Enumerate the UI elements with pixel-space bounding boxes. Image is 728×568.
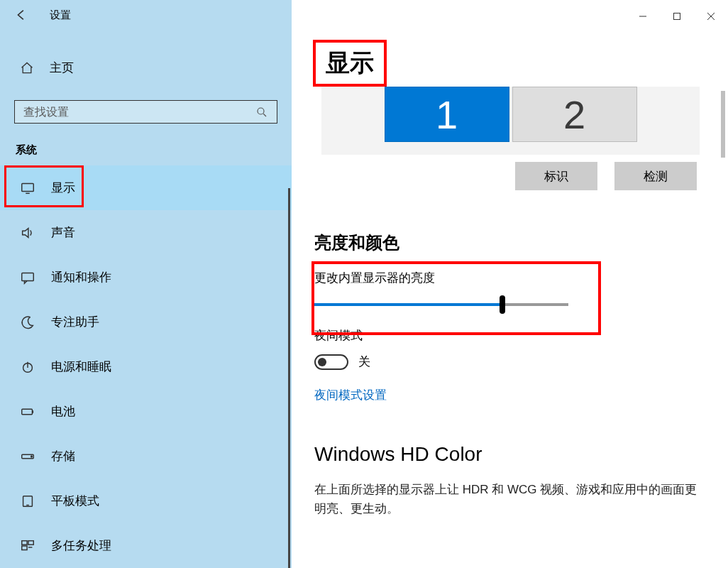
home-link[interactable]: 主页: [0, 47, 292, 89]
sidebar-scrollbar[interactable]: [288, 188, 290, 568]
power-icon: [20, 359, 35, 375]
monitor-icon: [20, 180, 35, 196]
scrollbar-thumb[interactable]: [721, 91, 725, 158]
page-title: 显示: [313, 40, 387, 87]
nav-item-power[interactable]: 电源和睡眠: [0, 344, 292, 389]
search-icon: [255, 106, 268, 119]
battery-icon: [20, 404, 35, 420]
nav-label: 声音: [51, 224, 75, 241]
svg-rect-2: [22, 273, 34, 280]
nav-item-display[interactable]: 显示: [0, 165, 292, 210]
nav-label: 通知和操作: [51, 269, 111, 285]
nav-item-notifications[interactable]: 通知和操作: [0, 255, 292, 300]
nav-label: 平板模式: [51, 493, 99, 509]
monitor-layout-area: 1 2: [321, 87, 700, 155]
search-box[interactable]: [14, 100, 277, 124]
night-mode-settings-link[interactable]: 夜间模式设置: [314, 387, 387, 403]
home-icon: [20, 61, 34, 75]
monitor-1[interactable]: 1: [385, 87, 509, 142]
nav-item-battery[interactable]: 电池: [0, 389, 292, 434]
nav-list: 显示 声音 通知和操作 专注助手 电源和睡眠 电池 存储 平板模式: [0, 165, 292, 568]
nav-label: 存储: [51, 448, 75, 464]
message-icon: [20, 270, 35, 285]
brightness-section-title: 亮度和颜色: [314, 231, 728, 254]
svg-rect-10: [22, 546, 27, 550]
hd-color-description: 在上面所选择的显示器上让 HDR 和 WCG 视频、游戏和应用中的画面更明亮、更…: [314, 480, 698, 518]
tablet-icon: [20, 493, 35, 509]
detect-button[interactable]: 检测: [614, 162, 697, 190]
svg-rect-1: [22, 183, 34, 191]
multitask-icon: [20, 538, 35, 554]
nav-item-tablet[interactable]: 平板模式: [0, 479, 292, 523]
hd-color-title: Windows HD Color: [314, 443, 728, 466]
category-label: 系统: [0, 124, 292, 165]
back-icon[interactable]: [14, 7, 30, 23]
storage-icon: [20, 449, 35, 464]
nav-item-sound[interactable]: 声音: [0, 210, 292, 255]
nav-label: 电池: [51, 403, 75, 420]
sidebar-header: 设置: [0, 0, 292, 30]
night-mode-toggle[interactable]: [314, 354, 348, 370]
nav-label: 显示: [51, 180, 75, 196]
sidebar: 设置 主页 系统 显示 声音 通知和操作 专注助手: [0, 0, 292, 568]
nav-label: 多任务处理: [51, 537, 111, 554]
main-scrollbar[interactable]: [721, 91, 725, 568]
svg-rect-8: [22, 540, 27, 545]
nav-label: 电源和睡眠: [51, 359, 111, 375]
svg-point-6: [31, 456, 33, 457]
svg-rect-4: [22, 409, 33, 414]
nav-item-focus[interactable]: 专注助手: [0, 300, 292, 344]
slider-fill: [314, 303, 502, 306]
brightness-slider[interactable]: [314, 303, 568, 306]
search-input[interactable]: [23, 106, 255, 119]
brightness-block: 更改内置显示器的亮度: [311, 270, 728, 306]
main-content: 显示 1 2 标识 检测 亮度和颜色 更改内置显示器的亮度 夜间模式: [292, 0, 728, 568]
slider-thumb[interactable]: [500, 295, 505, 314]
night-mode-state: 关: [358, 354, 370, 370]
toggle-knob: [318, 358, 326, 366]
home-label: 主页: [50, 60, 74, 76]
nav-item-multitask[interactable]: 多任务处理: [0, 523, 292, 568]
speaker-icon: [20, 225, 35, 241]
moon-icon: [20, 315, 35, 330]
monitor-2[interactable]: 2: [512, 87, 637, 142]
identify-button[interactable]: 标识: [515, 162, 597, 190]
brightness-label: 更改内置显示器的亮度: [314, 270, 728, 286]
svg-point-0: [258, 108, 264, 114]
nav-item-storage[interactable]: 存储: [0, 434, 292, 479]
nav-label: 专注助手: [51, 314, 99, 330]
window-title: 设置: [50, 9, 71, 22]
night-mode-label: 夜间模式: [314, 327, 728, 344]
svg-rect-9: [28, 540, 33, 545]
